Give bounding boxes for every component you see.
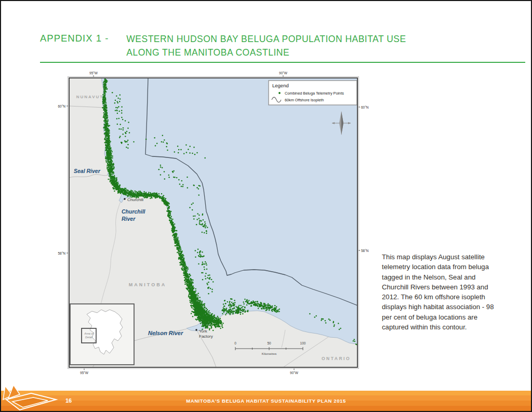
grat-bottom-90w: 90°W: [290, 371, 299, 375]
inset-label-2: Detail: [85, 336, 93, 339]
grat-bottom-95w: 95°W: [80, 371, 89, 375]
churchill-river-label-1: Churchill: [122, 208, 146, 215]
title-line-1: WESTERN HUDSON BAY BELUGA POPULATION HAB…: [126, 32, 406, 46]
legend-dot-symbol: [278, 92, 281, 94]
scale-tick-0: 0: [234, 341, 236, 345]
york-factory-marker: [195, 329, 197, 330]
nelson-river-label: Nelson River: [148, 330, 183, 336]
grat-left-58n: 58°N: [58, 251, 65, 255]
appendix-title: APPENDIX 1 - WESTERN HUDSON BAY BELUGA P…: [40, 32, 406, 59]
york-factory-label-1: York: [199, 329, 208, 334]
footer-document-title: MANITOBA'S BELUGA HABITAT SUSTAINABILITY…: [1, 391, 531, 411]
scale-unit-label: Kilometres: [262, 352, 276, 355]
churchill-town-marker: [124, 198, 125, 200]
title-line-2: ALONG THE MANITOBA COASTLINE: [126, 46, 406, 59]
appendix-number: APPENDIX 1 -: [40, 32, 109, 44]
churchill-river-label-2: River: [122, 216, 136, 222]
title-divider-rule: [40, 62, 525, 63]
legend-item-isopleth: 60km Offshore Isopleth: [285, 98, 324, 102]
habitat-map: NUNAVUT MANITOBA ONTARIO Seal River Chur…: [57, 73, 365, 373]
document-page: APPENDIX 1 - WESTERN HUDSON BAY BELUGA P…: [0, 0, 532, 412]
nunavut-label: NUNAVUT: [76, 95, 104, 99]
grat-top-95w: 95°W: [89, 71, 98, 75]
grat-left-60n: 60°N: [58, 104, 65, 108]
inset-label-1: Area of: [84, 332, 94, 335]
scale-tick-50: 50: [267, 341, 271, 345]
seal-river-label: Seal River: [74, 168, 101, 174]
map-description: This map displays August satellite telem…: [382, 252, 497, 332]
scale-tick-100: 100: [300, 341, 306, 345]
map-legend: Legend Combined Beluga Telemetry Points …: [269, 81, 357, 105]
legend-item-telemetry: Combined Beluga Telemetry Points: [285, 91, 344, 96]
manitoba-label: MANITOBA: [129, 282, 166, 287]
appendix-title-text: WESTERN HUDSON BAY BELUGA POPULATION HAB…: [126, 32, 406, 59]
grat-right-58n: 58°N: [361, 249, 369, 252]
footer-page-number: 16: [65, 391, 72, 411]
york-factory-label-2: Factory: [199, 334, 213, 339]
brand-logo-icon: [1, 385, 60, 412]
churchill-town-label: Churchill: [127, 197, 143, 202]
grat-top-90w: 90°W: [279, 71, 288, 75]
ontario-label: ONTARIO: [322, 356, 351, 361]
inset-area-of-detail-map: Area of Detail: [70, 304, 134, 365]
grat-right-60n: 60°N: [361, 105, 369, 109]
legend-title: Legend: [272, 83, 289, 88]
